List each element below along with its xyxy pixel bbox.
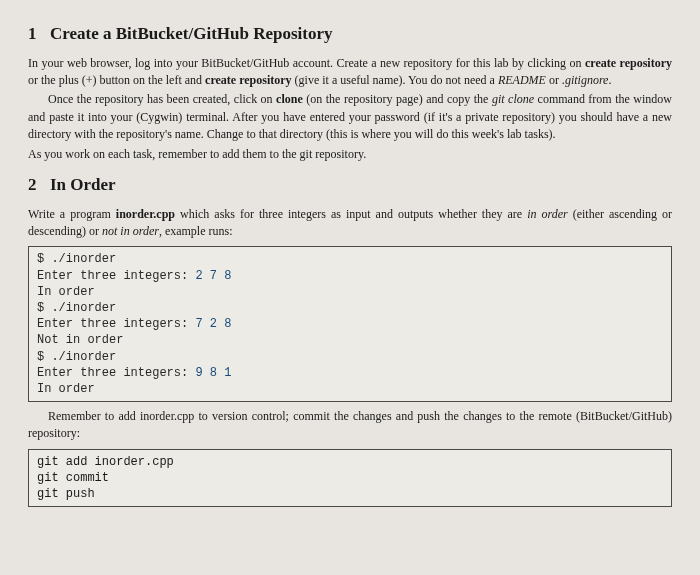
text-italic: not in order (102, 224, 159, 238)
code-block-git-commands: git add inorder.cpp git commit git push (28, 449, 672, 508)
code-line: In order (37, 285, 95, 299)
section-1-title: Create a BitBucket/GitHub Repository (50, 24, 333, 43)
text: , example runs: (159, 224, 233, 238)
code-input: 9 8 1 (195, 366, 231, 380)
code-line: In order (37, 382, 95, 396)
section-1-number: 1 (28, 22, 50, 47)
code-line: $ ./inorder (37, 252, 116, 266)
text-italic: git clone (492, 92, 534, 106)
code-line: Enter three integers: (37, 366, 195, 380)
code-input: 7 2 8 (195, 317, 231, 331)
text-italic: in order (527, 207, 568, 221)
document-page: 1Create a BitBucket/GitHub Repository In… (0, 0, 700, 575)
code-line: Enter three integers: (37, 317, 195, 331)
section-2-title: In Order (50, 175, 116, 194)
code-line: git push (37, 487, 95, 501)
code-line: Enter three integers: (37, 269, 195, 283)
text: Once the repository has been created, cl… (48, 92, 276, 106)
section-1-para-2: Once the repository has been created, cl… (28, 91, 672, 143)
text-italic: .gitignore (562, 73, 609, 87)
text: Write a program (28, 207, 116, 221)
text-italic: README (498, 73, 546, 87)
text-bold: create repository (585, 56, 672, 70)
text: or the plus (+) button on the left and (28, 73, 205, 87)
code-line: $ ./inorder (37, 301, 116, 315)
text: or (546, 73, 562, 87)
section-1-para-3: As you work on each task, remember to ad… (28, 146, 672, 163)
section-2-number: 2 (28, 173, 50, 198)
section-2-para-2: Remember to add inorder.cpp to version c… (28, 408, 672, 443)
section-1-para-1: In your web browser, log into your BitBu… (28, 55, 672, 90)
text: (on the repository page) and copy the (303, 92, 492, 106)
code-input: 2 7 8 (195, 269, 231, 283)
code-line: $ ./inorder (37, 350, 116, 364)
section-1-heading: 1Create a BitBucket/GitHub Repository (28, 22, 672, 47)
code-line: git add inorder.cpp (37, 455, 174, 469)
section-2-para-1: Write a program inorder.cpp which asks f… (28, 206, 672, 241)
text: (give it a useful name). You do not need… (292, 73, 498, 87)
text-bold: clone (276, 92, 303, 106)
text: . (608, 73, 611, 87)
code-line: Not in order (37, 333, 123, 347)
code-line: git commit (37, 471, 109, 485)
text: which asks for three integers as input a… (175, 207, 527, 221)
text-bold: create repository (205, 73, 292, 87)
section-2-heading: 2In Order (28, 173, 672, 198)
code-block-example-runs: $ ./inorder Enter three integers: 2 7 8 … (28, 246, 672, 402)
text-bold: inorder.cpp (116, 207, 175, 221)
text: In your web browser, log into your BitBu… (28, 56, 585, 70)
